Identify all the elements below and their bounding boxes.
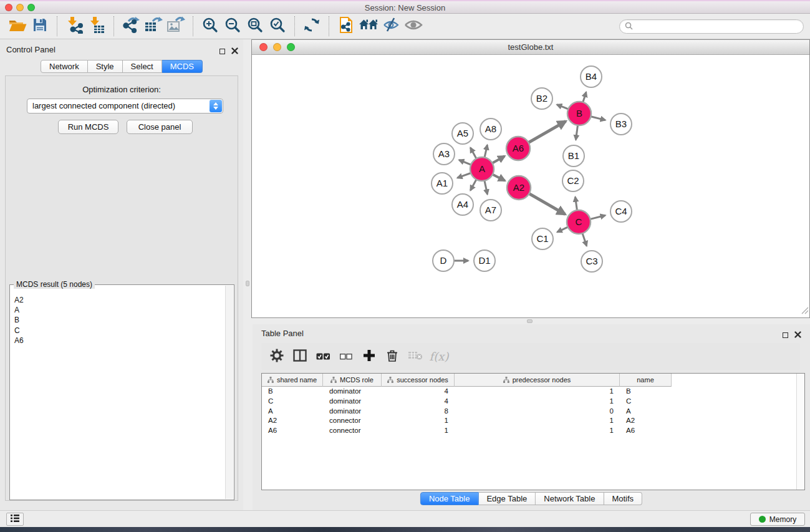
table-cell[interactable]: connector	[323, 426, 382, 436]
export-network-button[interactable]	[120, 15, 142, 37]
edge-A-A6[interactable]	[491, 156, 504, 163]
edge-C-C4[interactable]	[589, 215, 605, 220]
table-cell[interactable]: dominator	[323, 397, 382, 407]
search-box[interactable]	[619, 19, 804, 34]
show-columns-button[interactable]	[291, 347, 309, 366]
vertical-split-handle[interactable]	[246, 281, 249, 286]
table-cell[interactable]: B	[620, 387, 672, 397]
table-cell[interactable]: dominator	[323, 407, 382, 417]
table-cell[interactable]: A6	[262, 426, 323, 436]
zoom-in-button[interactable]	[199, 15, 221, 37]
result-list-item[interactable]: A	[14, 305, 224, 315]
memory-button[interactable]: Memory	[750, 513, 805, 526]
show-panels-button[interactable]	[6, 513, 24, 526]
edge-A2-C[interactable]	[528, 193, 566, 214]
table-cell[interactable]: A2	[262, 416, 323, 426]
graph-node-C2[interactable]: C2	[562, 170, 584, 191]
graph-node-B1[interactable]: B1	[563, 145, 584, 167]
search-input[interactable]	[636, 22, 803, 31]
node-table[interactable]: shared nameMCDS rolesuccessor nodesprede…	[261, 373, 805, 490]
column-header-predecessor-nodes[interactable]: predecessor nodes	[455, 374, 620, 387]
edge-A-A3[interactable]	[459, 160, 472, 165]
tab-style[interactable]: Style	[88, 60, 123, 73]
delete-table-button[interactable]	[406, 347, 425, 366]
result-list-item[interactable]: A2	[14, 295, 224, 305]
result-list-item[interactable]: B	[14, 315, 224, 325]
column-header-shared-name[interactable]: shared name	[262, 374, 323, 387]
graph-node-C1[interactable]: C1	[532, 228, 553, 249]
graph-node-C[interactable]: C	[567, 210, 591, 234]
import-table-button[interactable]	[85, 15, 108, 37]
table-cell[interactable]: connector	[323, 416, 382, 426]
edge-C-C2[interactable]	[576, 197, 577, 211]
table-cell[interactable]: A	[620, 407, 672, 417]
table-cell[interactable]: 4	[382, 397, 455, 407]
float-table-panel-icon[interactable]	[783, 332, 788, 338]
run-mcds-button[interactable]: Run MCDS	[58, 120, 118, 134]
graph-node-B4[interactable]: B4	[581, 66, 602, 87]
delete-column-button[interactable]	[383, 347, 402, 366]
table-row[interactable]: A6connector11A6	[262, 426, 804, 436]
edge-C-C3[interactable]	[582, 232, 586, 246]
network-graph[interactable]: B4B2BB3A8A5A6A3B1AC2A1A2A4A7C4CC1DD1C3	[252, 55, 809, 317]
graph-node-A2[interactable]: A2	[507, 176, 531, 200]
close-panel-button[interactable]: Close panel	[127, 120, 193, 134]
save-session-button[interactable]	[29, 15, 51, 37]
first-neighbors-button[interactable]	[357, 15, 380, 37]
table-cell[interactable]: A2	[620, 416, 672, 426]
export-image-button[interactable]	[165, 15, 187, 37]
table-row[interactable]: Cdominator41C	[262, 397, 804, 407]
zoom-selected-button[interactable]	[266, 15, 289, 37]
refresh-button[interactable]	[301, 15, 323, 37]
table-cell[interactable]: A6	[620, 426, 672, 436]
graph-node-C3[interactable]: C3	[581, 251, 602, 272]
edge-B-B1[interactable]	[576, 124, 577, 140]
table-scrollbar[interactable]	[796, 374, 804, 490]
show-eye-button[interactable]	[402, 15, 425, 37]
result-scrollbar[interactable]	[225, 286, 233, 499]
graph-node-A4[interactable]: A4	[452, 194, 473, 215]
graph-node-B3[interactable]: B3	[610, 114, 632, 135]
deselect-all-rows-button[interactable]	[337, 347, 355, 366]
result-list-item[interactable]: A6	[14, 336, 224, 346]
graph-node-A5[interactable]: A5	[452, 123, 473, 144]
table-cell[interactable]: A	[262, 407, 323, 417]
column-header-successor-nodes[interactable]: successor nodes	[382, 374, 455, 387]
export-table-button[interactable]	[142, 15, 165, 37]
table-row[interactable]: Adominator80A	[262, 407, 804, 417]
close-panel-icon[interactable]	[231, 46, 238, 57]
zoom-fit-button[interactable]	[244, 15, 266, 37]
table-cell[interactable]: 1	[382, 426, 455, 436]
table-cell[interactable]: C	[262, 397, 323, 407]
table-cell[interactable]: dominator	[323, 387, 382, 397]
table-cell[interactable]: 1	[455, 397, 620, 407]
graph-node-A[interactable]: A	[470, 157, 494, 181]
horizontal-split-handle[interactable]	[527, 319, 533, 323]
hide-selected-button[interactable]	[380, 15, 402, 37]
edge-A-A2[interactable]	[491, 174, 505, 181]
graph-node-A6[interactable]: A6	[506, 137, 530, 160]
new-network-from-selection-button[interactable]	[335, 15, 357, 37]
edge-A-A4[interactable]	[470, 178, 476, 190]
open-session-button[interactable]	[6, 15, 29, 37]
tab-node-table[interactable]: Node Table	[420, 492, 479, 505]
table-cell[interactable]: 1	[455, 416, 620, 426]
table-cell[interactable]: 8	[382, 407, 455, 417]
close-table-panel-icon[interactable]	[794, 329, 801, 341]
graph-node-C4[interactable]: C4	[610, 201, 632, 222]
create-column-button[interactable]	[360, 347, 378, 366]
network-canvas[interactable]: B4B2BB3A8A5A6A3B1AC2A1A2A4A7C4CC1DD1C3	[252, 55, 809, 317]
graph-node-B2[interactable]: B2	[531, 88, 552, 109]
graph-node-D1[interactable]: D1	[474, 250, 495, 271]
tab-select[interactable]: Select	[123, 60, 162, 73]
graph-node-B[interactable]: B	[567, 102, 591, 125]
table-settings-button[interactable]	[268, 347, 286, 366]
table-row[interactable]: A2connector11A2	[262, 416, 804, 426]
network-window-titlebar[interactable]: testGlobe.txt	[252, 40, 809, 55]
tab-network[interactable]: Network	[41, 60, 88, 73]
table-cell[interactable]: B	[262, 387, 323, 397]
table-cell[interactable]: 0	[455, 407, 620, 417]
zoom-out-button[interactable]	[221, 15, 244, 37]
edge-A-A8[interactable]	[485, 145, 488, 158]
criterion-select[interactable]: largest connected component (directed)	[27, 99, 223, 114]
